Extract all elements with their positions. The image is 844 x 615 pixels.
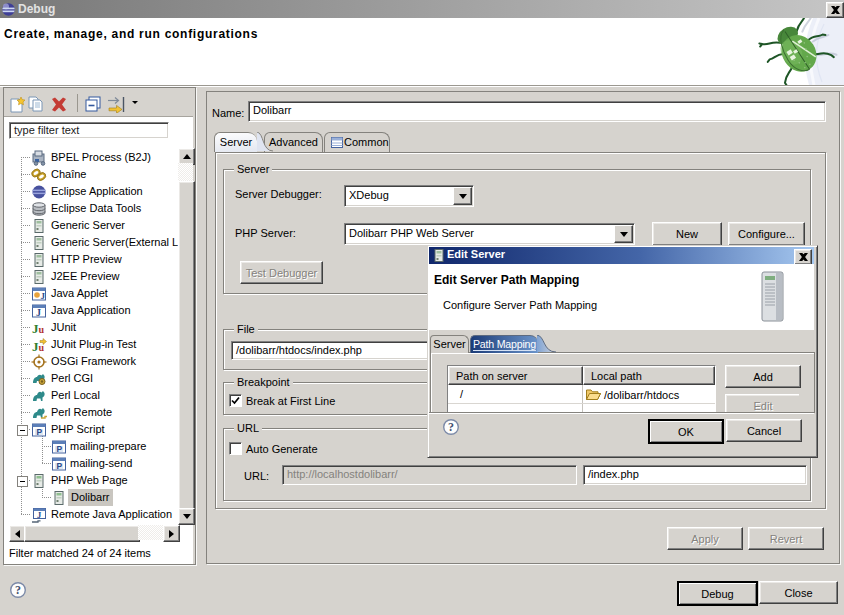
svg-text:J: J bbox=[36, 307, 41, 318]
svg-text:u: u bbox=[39, 324, 45, 335]
svg-text:?: ? bbox=[448, 420, 454, 434]
svg-text:P: P bbox=[57, 444, 63, 454]
svg-text:J: J bbox=[41, 291, 46, 301]
svg-text:?: ? bbox=[15, 583, 21, 597]
svg-text:P: P bbox=[37, 427, 43, 437]
svg-text:P: P bbox=[57, 461, 63, 471]
